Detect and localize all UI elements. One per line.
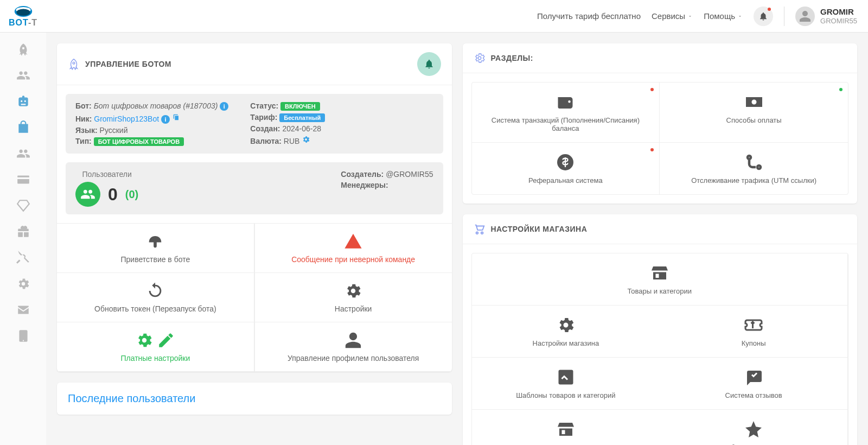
- user-icon: [799, 10, 812, 23]
- info-icon[interactable]: i: [220, 102, 228, 111]
- status-dot: [650, 88, 654, 91]
- phone-icon: [16, 329, 30, 343]
- star-icon: [744, 419, 763, 439]
- gear-icon: [556, 315, 576, 335]
- warning-icon: [344, 232, 362, 251]
- topbar: BOT-T Получить тариф бесплатно Сервисы П…: [0, 0, 868, 33]
- chat-icon: [744, 367, 763, 387]
- refresh-icon: [146, 282, 164, 300]
- users-icon: [75, 182, 100, 207]
- user-menu[interactable]: GROMIR GROMIR55: [795, 7, 857, 26]
- wallet-icon: [556, 92, 575, 112]
- status-dot: [839, 88, 843, 91]
- sidebar: [0, 33, 46, 445]
- gear-icon: [16, 277, 30, 291]
- sidebar-item-gifts[interactable]: [10, 220, 36, 243]
- section-transactions[interactable]: Система транзакций (Пополнения/Списания)…: [472, 82, 660, 143]
- svg-point-4: [16, 9, 30, 16]
- shop-coupons[interactable]: Купоны: [660, 306, 848, 358]
- template-icon: [556, 367, 576, 387]
- store-icon: [650, 263, 669, 283]
- tile-profile-management[interactable]: Управление профилем пользователя: [254, 322, 452, 372]
- services-dropdown[interactable]: Сервисы: [652, 11, 693, 21]
- chevron-down-icon: [687, 14, 693, 19]
- route-icon: [744, 152, 764, 172]
- bag-icon: [16, 120, 30, 135]
- copy-icon[interactable]: [172, 113, 181, 122]
- sidebar-item-mail[interactable]: [10, 298, 36, 321]
- store-icon: [556, 419, 576, 439]
- section-utm[interactable]: Отслеживание трафика (UTM ссылки): [660, 143, 848, 194]
- users-active: (0): [125, 188, 138, 201]
- rocket-icon: [68, 58, 80, 70]
- user-name: GROMIR: [820, 7, 857, 17]
- rocket-icon: [16, 42, 30, 56]
- cart-icon: [474, 223, 486, 235]
- last-users-card: Последние пользователи: [57, 383, 452, 415]
- tile-wrong-command[interactable]: Сообщение при неверной команде: [254, 224, 452, 273]
- notifications-button[interactable]: [754, 7, 773, 26]
- sections-card: РАЗДЕЛЫ: Система транзакций (Пополнения/…: [463, 43, 858, 204]
- card-title: УПРАВЛЕНИЕ БОТОМ: [85, 60, 171, 68]
- gear-icon: [474, 52, 486, 64]
- mail-icon: [16, 303, 30, 317]
- users-count: 0: [108, 185, 118, 205]
- sidebar-item-mobile[interactable]: [10, 325, 36, 347]
- gear-icon[interactable]: [302, 135, 310, 144]
- diamond-icon: [16, 199, 30, 213]
- shop-favorites[interactable]: Избранные товары: [660, 410, 848, 445]
- section-referral[interactable]: Реферальная система: [472, 143, 660, 194]
- users-icon: [16, 147, 30, 161]
- bot-info: Бот: Бот цифровых товаров (#187003) i Ни…: [66, 94, 443, 154]
- type-badge: БОТ ЦИФРОВЫХ ТОВАРОВ: [94, 137, 184, 146]
- sidebar-item-members[interactable]: [10, 142, 36, 165]
- status-dot: [650, 148, 654, 151]
- dollar-icon: [556, 152, 575, 172]
- users-icon: [16, 68, 30, 82]
- shop-settings[interactable]: Настройки магазина: [472, 306, 660, 358]
- shop-products[interactable]: Товары и категории: [472, 253, 848, 306]
- sidebar-item-launch[interactable]: [10, 38, 36, 61]
- tile-settings[interactable]: Настройки: [254, 273, 452, 322]
- money-icon: [744, 92, 764, 112]
- status-badge: ВКЛЮЧЕН: [280, 102, 320, 111]
- bell-icon: [424, 59, 435, 69]
- tile-paid-settings[interactable]: Платные настройки: [57, 322, 254, 372]
- tools-icon: [16, 251, 30, 265]
- tile-greeting[interactable]: Приветствие в боте: [57, 224, 254, 273]
- bot-management-card: УПРАВЛЕНИЕ БОТОМ Бот: Бот цифровых товар…: [57, 43, 452, 372]
- help-dropdown[interactable]: Помощь: [704, 11, 743, 21]
- sidebar-item-shop[interactable]: [10, 116, 36, 139]
- user-handle: GROMIR55: [820, 17, 857, 26]
- sidebar-item-tools[interactable]: [10, 246, 36, 269]
- logo[interactable]: BOT-T: [0, 0, 46, 33]
- coupon-icon: [744, 315, 763, 335]
- tariff-badge[interactable]: Бесплатный: [279, 113, 325, 122]
- user-icon: [344, 331, 362, 349]
- gift-icon: [16, 225, 30, 239]
- users-info: Пользователи 0 (0) Создатель: @GROMIR55 …: [66, 162, 443, 214]
- shop-templates[interactable]: Шаблоны товаров и категорий: [472, 358, 660, 410]
- info-icon[interactable]: i: [161, 115, 170, 124]
- last-users-title: Последние пользователи: [68, 392, 441, 405]
- chevron-down-icon: [737, 14, 743, 19]
- bot-nick-link[interactable]: GromirShop123Bot: [94, 115, 159, 123]
- sidebar-item-premium[interactable]: [10, 194, 36, 217]
- alert-button[interactable]: [417, 52, 441, 76]
- shop-orders[interactable]: Заказы: [472, 410, 660, 445]
- bell-icon: [758, 11, 768, 21]
- shop-reviews[interactable]: Система отзывов: [660, 358, 848, 410]
- tile-refresh-token[interactable]: Обновить токен (Перезапуск бота): [57, 273, 254, 322]
- sidebar-item-bot[interactable]: [10, 90, 36, 113]
- topbar-right: Получить тариф бесплатно Сервисы Помощь …: [537, 7, 857, 26]
- card-icon: [16, 173, 30, 187]
- free-tariff-link[interactable]: Получить тариф бесплатно: [537, 11, 641, 21]
- sidebar-item-users[interactable]: [10, 64, 36, 87]
- notification-dot: [768, 8, 771, 11]
- robot-icon: [16, 94, 30, 109]
- shop-settings-card: НАСТРОЙКИ МАГАЗИНА Товары и категории На…: [463, 214, 858, 445]
- sidebar-item-settings[interactable]: [10, 272, 36, 295]
- section-payment-methods[interactable]: Способы оплаты: [660, 82, 848, 143]
- card-title: НАСТРОЙКИ МАГАЗИНА: [491, 225, 588, 233]
- sidebar-item-payments[interactable]: [10, 168, 36, 191]
